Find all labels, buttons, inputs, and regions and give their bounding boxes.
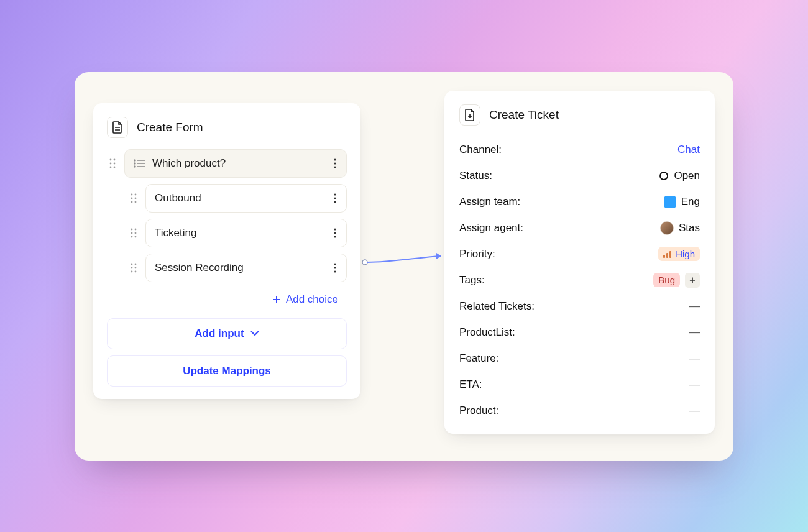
kebab-icon[interactable] (333, 263, 337, 273)
priority-row: Priority: High (459, 241, 700, 267)
agent-value[interactable]: Stas (660, 221, 700, 235)
update-mappings-button[interactable]: Update Mappings (107, 355, 347, 387)
svg-point-1 (114, 158, 116, 160)
svg-point-8 (134, 163, 135, 164)
create-ticket-card: Create Ticket Channel: Chat Status: Open… (444, 91, 715, 434)
add-choice-label: Add choice (286, 293, 338, 306)
choices-block: Outbound Ticketing Session Recording (107, 184, 347, 314)
svg-point-37 (131, 270, 133, 272)
svg-point-38 (135, 270, 137, 272)
feature-value[interactable]: — (689, 352, 700, 365)
add-input-button[interactable]: Add input (107, 318, 347, 349)
productlist-value[interactable]: — (689, 326, 700, 339)
svg-point-0 (110, 158, 112, 160)
team-text: Eng (681, 196, 700, 208)
drag-handle-icon[interactable] (128, 263, 139, 273)
related-value[interactable]: — (689, 300, 700, 313)
drag-handle-icon[interactable] (107, 158, 118, 168)
channel-value[interactable]: Chat (677, 144, 700, 156)
choice-item[interactable]: Outbound (145, 184, 347, 213)
choice-label: Session Recording (155, 262, 325, 274)
form-card-header: Create Form (107, 117, 347, 138)
tag-pill[interactable]: Bug (653, 273, 680, 287)
svg-point-26 (131, 232, 133, 234)
svg-point-2 (110, 162, 112, 164)
tag-text: Bug (658, 275, 675, 285)
drag-handle-icon[interactable] (128, 228, 139, 238)
team-label: Assign team: (459, 196, 520, 208)
circle-icon (659, 171, 669, 181)
svg-point-10 (134, 166, 135, 167)
related-label: Related Tickets: (459, 300, 535, 313)
team-value[interactable]: Eng (664, 196, 700, 208)
plus-icon (272, 295, 281, 304)
svg-point-17 (131, 197, 133, 199)
svg-point-33 (131, 263, 133, 265)
channel-row: Channel: Chat (459, 137, 700, 163)
choice-row: Outbound (128, 184, 347, 213)
plus-icon: + (689, 275, 695, 286)
svg-point-48 (362, 260, 367, 265)
kebab-icon[interactable] (333, 228, 337, 238)
svg-point-25 (135, 228, 137, 230)
channel-label: Channel: (459, 144, 502, 156)
update-mappings-label: Update Mappings (183, 365, 271, 377)
priority-label: Priority: (459, 248, 495, 260)
kebab-icon[interactable] (333, 193, 337, 203)
choice-row: Session Recording (128, 254, 347, 282)
feature-label: Feature: (459, 352, 498, 365)
team-row: Assign team: Eng (459, 189, 700, 215)
svg-point-20 (135, 201, 137, 203)
tags-row: Tags: Bug + (459, 267, 700, 293)
agent-text: Stas (679, 222, 700, 234)
add-tag-button[interactable]: + (685, 273, 700, 288)
create-form-card: Create Form Which product? (93, 103, 360, 399)
list-icon (134, 159, 145, 168)
svg-point-14 (334, 166, 336, 168)
status-value[interactable]: Open (659, 170, 700, 182)
svg-point-32 (334, 236, 336, 237)
svg-point-15 (131, 193, 133, 195)
priority-text: High (676, 249, 695, 259)
svg-point-13 (334, 162, 336, 164)
svg-point-41 (334, 270, 336, 272)
ticket-card-header: Create Ticket (459, 104, 700, 126)
svg-point-35 (131, 267, 133, 268)
svg-point-22 (334, 197, 336, 199)
choice-label: Ticketing (155, 227, 325, 239)
svg-point-4 (110, 166, 112, 168)
connector-arrow-icon (362, 251, 449, 276)
svg-point-21 (334, 193, 336, 195)
productlist-label: ProductList: (459, 326, 515, 339)
question-field[interactable]: Which product? (124, 149, 347, 178)
team-swatch-icon (664, 196, 676, 208)
svg-point-3 (114, 162, 116, 164)
svg-point-44 (660, 172, 668, 180)
svg-point-16 (135, 193, 137, 195)
svg-point-29 (135, 236, 137, 237)
ticket-card-title: Create Ticket (489, 108, 559, 122)
add-input-label: Add input (195, 328, 244, 340)
svg-point-5 (114, 166, 116, 168)
question-label: Which product? (152, 157, 325, 170)
svg-point-28 (131, 236, 133, 237)
feature-row: Feature: — (459, 346, 700, 372)
svg-marker-49 (436, 253, 441, 259)
svg-point-30 (334, 228, 336, 230)
chevron-down-icon (250, 331, 259, 336)
drag-handle-icon[interactable] (128, 193, 139, 203)
product-label: Product: (459, 405, 498, 417)
svg-point-18 (135, 197, 137, 199)
kebab-icon[interactable] (333, 158, 337, 168)
svg-point-23 (334, 201, 336, 203)
product-value[interactable]: — (689, 405, 700, 417)
choice-item[interactable]: Session Recording (145, 254, 347, 282)
related-row: Related Tickets: — (459, 293, 700, 319)
eta-value[interactable]: — (689, 378, 700, 391)
document-plus-icon (459, 104, 480, 126)
choice-item[interactable]: Ticketing (145, 219, 347, 247)
svg-point-24 (131, 228, 133, 230)
add-choice-button[interactable]: Add choice (128, 288, 347, 314)
priority-value[interactable]: High (658, 247, 700, 261)
form-card-title: Create Form (137, 121, 203, 134)
